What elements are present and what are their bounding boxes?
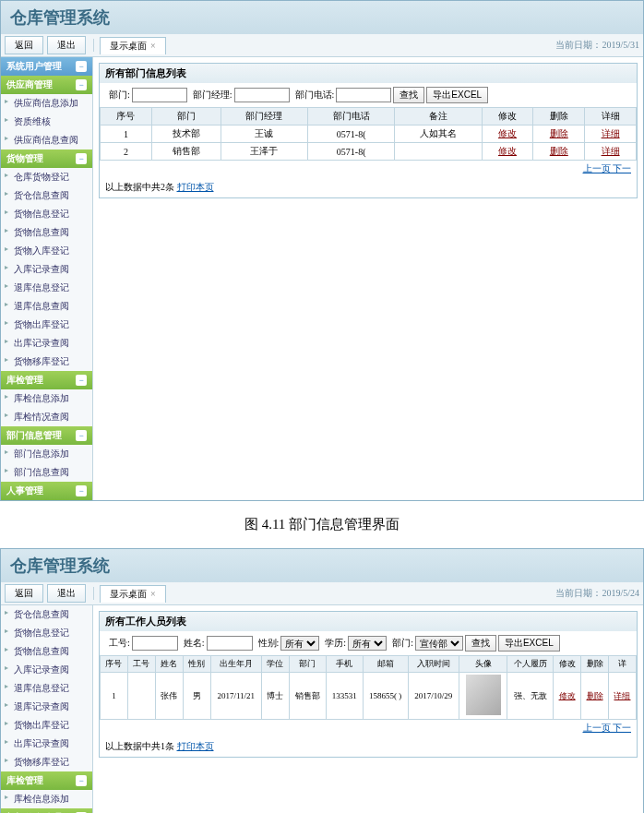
staff-panel: 所有工作人员列表 工号: 姓名: 性别:所有 学历:所有 部门:宣传部 查找 导… <box>99 611 638 758</box>
sidebar-item[interactable]: 供应商信息添加 <box>1 94 92 113</box>
toolbar: 返回 退出 显示桌面× 当前日期：2019/5/24 <box>1 582 643 605</box>
toggle-icon[interactable]: − <box>76 79 87 90</box>
close-icon[interactable]: × <box>150 41 156 51</box>
dept-label: 部门: <box>392 637 413 650</box>
sidebar-item[interactable]: 货物移库登记 <box>1 753 92 771</box>
sidebar-group-header[interactable]: 系统用户管理− <box>1 57 92 76</box>
col-header: 部门电话 <box>308 108 395 126</box>
app-window-2: 仓库管理系统 返回 退出 显示桌面× 当前日期：2019/5/24 货仓信息查阅… <box>0 548 644 813</box>
sidebar-item[interactable]: 货物信息查阅 <box>1 223 92 242</box>
col-header: 修改 <box>482 108 533 126</box>
col-header: 工号 <box>127 656 155 673</box>
pager[interactable]: 上一页 下一 <box>100 720 637 736</box>
dept-table: 序号部门部门经理部门电话备注修改删除详细1技术部王诚0571-8(人如其名修改删… <box>100 107 637 161</box>
print-link[interactable]: 打印本页 <box>177 182 214 192</box>
sidebar-item[interactable]: 仓库货物登记 <box>1 168 92 186</box>
print-link[interactable]: 打印本页 <box>177 741 214 751</box>
export-button[interactable]: 导出EXCEL <box>498 635 560 652</box>
sidebar-group-header[interactable]: 货物管理− <box>1 149 92 168</box>
sex-select[interactable]: 所有 <box>280 636 319 651</box>
sidebar-item[interactable]: 入库记录查阅 <box>1 661 92 679</box>
sidebar-item[interactable]: 库检信息添加 <box>1 389 92 408</box>
det-link[interactable]: 详细 <box>602 128 620 138</box>
toggle-icon[interactable]: − <box>76 153 87 164</box>
tab-desktop[interactable]: 显示桌面× <box>100 585 166 603</box>
search-button[interactable]: 查找 <box>465 635 496 652</box>
sidebar-item[interactable]: 货物信息查阅 <box>1 642 92 661</box>
edit-link[interactable]: 修改 <box>498 128 517 138</box>
search-button[interactable]: 查找 <box>393 87 424 103</box>
dept-panel: 所有部门信息列表 部门: 部门经理: 部门电话: 查找 导出EXCEL 序号部门… <box>99 63 638 198</box>
col-header: 备注 <box>395 108 482 126</box>
sidebar-item[interactable]: 货物出库登记 <box>1 716 92 735</box>
sidebar-item[interactable]: 库检情况查阅 <box>1 408 92 426</box>
edit-link[interactable]: 修改 <box>498 146 517 156</box>
col-header: 性别 <box>183 656 210 673</box>
sidebar-group-header[interactable]: 人事管理− <box>1 482 92 500</box>
table-row: 1技术部王诚0571-8(人如其名修改删除详细 <box>101 126 637 143</box>
col-header: 详细 <box>585 108 637 126</box>
det-link[interactable]: 详细 <box>614 691 630 700</box>
pager-link[interactable]: 上一页 下一 <box>583 163 632 173</box>
sidebar-item[interactable]: 货物移库登记 <box>1 353 92 371</box>
tel-input[interactable] <box>336 88 391 102</box>
mgr-input[interactable] <box>234 88 290 102</box>
sidebar-item[interactable]: 退库记录查阅 <box>1 698 92 716</box>
tel-label: 部门电话: <box>295 89 335 102</box>
sidebar-item[interactable]: 库检信息添加 <box>1 790 92 808</box>
name-input[interactable] <box>207 636 253 651</box>
panel-title: 所有部门信息列表 <box>100 64 637 83</box>
sidebar-group-header[interactable]: 供应商管理− <box>1 76 92 94</box>
sidebar-item[interactable]: 部门信息添加 <box>1 445 92 463</box>
det-link[interactable]: 详细 <box>602 146 620 156</box>
sidebar-item[interactable]: 货仓信息查阅 <box>1 605 92 624</box>
id-input[interactable] <box>132 636 178 651</box>
tab-desktop[interactable]: 显示桌面× <box>100 37 166 54</box>
sidebar-item[interactable]: 货物信息登记 <box>1 205 92 223</box>
sidebar-item[interactable]: 退库信息登记 <box>1 679 92 698</box>
col-header: 头像 <box>459 656 507 673</box>
close-icon[interactable]: × <box>150 589 156 599</box>
sidebar-item[interactable]: 货物信息登记 <box>1 624 92 642</box>
sidebar-group-header[interactable]: 部门信息管理− <box>1 426 92 445</box>
sidebar-item[interactable]: 货物出库登记 <box>1 316 92 334</box>
sidebar-group-header[interactable]: 库检管理− <box>1 371 92 389</box>
export-button[interactable]: 导出EXCEL <box>426 87 488 103</box>
col-header: 部门 <box>151 108 221 126</box>
del-link[interactable]: 删除 <box>587 691 603 700</box>
dept-input[interactable] <box>132 88 187 102</box>
dept-label: 部门: <box>109 89 130 102</box>
sidebar-item[interactable]: 部门信息查阅 <box>1 463 92 482</box>
edit-link[interactable]: 修改 <box>559 691 576 700</box>
sidebar-item[interactable]: 货物入库登记 <box>1 242 92 260</box>
col-header: 序号 <box>101 656 128 673</box>
exit-button[interactable]: 退出 <box>47 584 86 603</box>
sidebar-item[interactable]: 货仓信息查阅 <box>1 186 92 205</box>
del-link[interactable]: 删除 <box>550 128 568 138</box>
app-window-1: 仓库管理系统 返回 退出 显示桌面× 当前日期：2019/5/31 系统用户管理… <box>0 0 644 501</box>
back-button[interactable]: 返回 <box>5 36 43 54</box>
sidebar-group-header[interactable]: 库检管理− <box>1 771 92 790</box>
exit-button[interactable]: 退出 <box>47 36 86 54</box>
sidebar-item[interactable]: 入库记录查阅 <box>1 260 92 279</box>
sidebar-group-header[interactable]: 部门信息管理− <box>1 808 92 813</box>
toggle-icon[interactable]: − <box>76 775 87 786</box>
pager[interactable]: 上一页 下一 <box>100 161 637 177</box>
toggle-icon[interactable]: − <box>76 375 87 386</box>
sidebar-item[interactable]: 退库信息登记 <box>1 279 92 297</box>
sidebar-item[interactable]: 资质维核 <box>1 113 92 131</box>
toggle-icon[interactable]: − <box>76 61 87 72</box>
dept-select[interactable]: 宣传部 <box>415 636 463 651</box>
pager-link[interactable]: 上一页 下一 <box>583 723 632 733</box>
sidebar-item[interactable]: 供应商信息查阅 <box>1 131 92 149</box>
sex-label: 性别: <box>258 637 280 650</box>
sidebar-item[interactable]: 退库信息查阅 <box>1 297 92 316</box>
del-link[interactable]: 删除 <box>550 146 568 156</box>
sidebar-item[interactable]: 出库记录查阅 <box>1 735 92 753</box>
sidebar-item[interactable]: 出库记录查阅 <box>1 334 92 353</box>
col-header: 详 <box>608 656 636 673</box>
back-button[interactable]: 返回 <box>5 584 43 603</box>
edu-select[interactable]: 所有 <box>348 636 387 651</box>
toggle-icon[interactable]: − <box>76 485 87 496</box>
toggle-icon[interactable]: − <box>76 430 87 441</box>
